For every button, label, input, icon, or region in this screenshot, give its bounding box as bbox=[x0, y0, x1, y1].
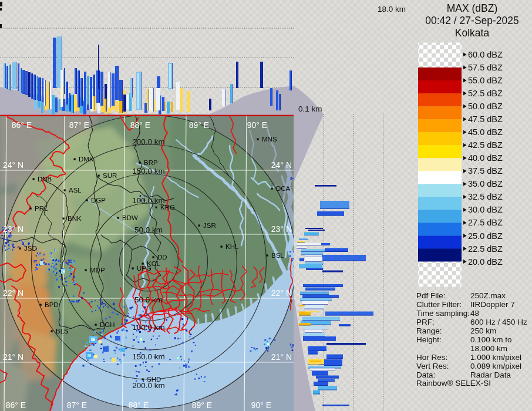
svg-text:Height:: Height: bbox=[416, 335, 442, 344]
svg-text:57.5 dBZ: 57.5 dBZ bbox=[468, 63, 503, 72]
svg-text:DGH: DGH bbox=[100, 321, 115, 328]
svg-text:18.000 km: 18.000 km bbox=[470, 344, 507, 353]
svg-text:18.0 km: 18.0 km bbox=[378, 5, 406, 14]
svg-text:0.100 km to: 0.100 km to bbox=[470, 335, 512, 344]
svg-text:BDW: BDW bbox=[122, 214, 138, 221]
svg-text:DCA: DCA bbox=[276, 185, 291, 192]
svg-text:1.000 km/pixel: 1.000 km/pixel bbox=[470, 353, 521, 362]
svg-text:BRP: BRP bbox=[144, 159, 158, 166]
svg-text:600 Hz / 450 Hz: 600 Hz / 450 Hz bbox=[470, 318, 527, 326]
svg-text:KRG: KRG bbox=[160, 204, 175, 211]
svg-text:21° N: 21° N bbox=[271, 352, 292, 362]
svg-text:40.0 dBZ: 40.0 dBZ bbox=[468, 153, 503, 163]
svg-text:20.0 dBZ: 20.0 dBZ bbox=[468, 257, 503, 267]
svg-text:24° N: 24° N bbox=[3, 160, 23, 170]
svg-text:0.1 km: 0.1 km bbox=[298, 105, 322, 113]
svg-text:DGP: DGP bbox=[91, 197, 106, 204]
svg-text:200.0 km: 200.0 km bbox=[132, 137, 165, 146]
svg-text:JSR: JSR bbox=[203, 222, 216, 229]
svg-text:Pdf File:: Pdf File: bbox=[416, 291, 446, 300]
svg-text:DNB: DNB bbox=[38, 176, 52, 183]
svg-text:88° E: 88° E bbox=[130, 120, 150, 130]
svg-text:PRL: PRL bbox=[35, 205, 48, 212]
svg-text:90° E: 90° E bbox=[247, 120, 267, 130]
svg-text:87° E: 87° E bbox=[69, 120, 89, 130]
svg-text:0.089 km/pixel: 0.089 km/pixel bbox=[470, 362, 521, 370]
svg-text:52.5 dBZ: 52.5 dBZ bbox=[468, 89, 503, 98]
svg-text:21° N: 21° N bbox=[3, 352, 23, 362]
svg-text:00:42 / 27-Sep-2025: 00:42 / 27-Sep-2025 bbox=[425, 15, 519, 26]
svg-text:150.0 km: 150.0 km bbox=[132, 352, 165, 361]
svg-text:22° N: 22° N bbox=[3, 288, 23, 298]
svg-text:88° E: 88° E bbox=[129, 400, 149, 410]
svg-text:BNK: BNK bbox=[68, 215, 82, 222]
svg-text:BLS: BLS bbox=[56, 328, 69, 335]
svg-text:Data:: Data: bbox=[416, 370, 435, 379]
svg-text:47.5 dBZ: 47.5 dBZ bbox=[468, 114, 503, 124]
svg-text:32.5 dBZ: 32.5 dBZ bbox=[468, 192, 503, 201]
svg-text:42.5 dBZ: 42.5 dBZ bbox=[468, 140, 503, 150]
svg-text:DMK: DMK bbox=[79, 156, 94, 163]
svg-text:UPG: UPG bbox=[137, 265, 151, 272]
svg-text:50.0 dBZ: 50.0 dBZ bbox=[468, 102, 503, 111]
svg-text:JSD: JSD bbox=[24, 245, 37, 252]
svg-text:48: 48 bbox=[470, 309, 479, 318]
svg-text:86° E: 86° E bbox=[12, 120, 32, 130]
svg-text:89° E: 89° E bbox=[192, 400, 212, 410]
svg-text:Time sampling:: Time sampling: bbox=[416, 309, 470, 318]
svg-text:150.0 km: 150.0 km bbox=[132, 167, 165, 176]
svg-text:45.0 dBZ: 45.0 dBZ bbox=[468, 127, 503, 137]
svg-text:SUR: SUR bbox=[103, 172, 117, 179]
svg-text:PRF:: PRF: bbox=[416, 318, 435, 326]
svg-text:22° N: 22° N bbox=[271, 288, 292, 298]
svg-text:250Z.max: 250Z.max bbox=[470, 291, 506, 300]
svg-text:35.0 dBZ: 35.0 dBZ bbox=[468, 179, 503, 188]
svg-text:30.0 dBZ: 30.0 dBZ bbox=[468, 205, 503, 214]
svg-text:89° E: 89° E bbox=[189, 120, 209, 130]
svg-text:250 km: 250 km bbox=[470, 326, 496, 335]
svg-text:SHD: SHD bbox=[147, 376, 161, 383]
svg-text:KHL: KHL bbox=[225, 243, 239, 250]
svg-text:23° N: 23° N bbox=[3, 224, 23, 234]
svg-text:Hor Res:: Hor Res: bbox=[416, 353, 447, 362]
svg-text:25.0 dBZ: 25.0 dBZ bbox=[468, 231, 503, 241]
svg-text:60.0 dBZ: 60.0 dBZ bbox=[468, 50, 503, 59]
svg-text:MAX (dBZ): MAX (dBZ) bbox=[447, 2, 498, 14]
svg-text:87° E: 87° E bbox=[67, 400, 87, 410]
svg-text:IIRDoppler 7: IIRDoppler 7 bbox=[470, 300, 515, 309]
svg-text:100.0 km: 100.0 km bbox=[132, 323, 165, 332]
svg-text:37.5 dBZ: 37.5 dBZ bbox=[468, 166, 503, 176]
svg-text:23° N: 23° N bbox=[271, 224, 292, 234]
svg-text:50.0 km: 50.0 km bbox=[134, 225, 163, 234]
svg-text:Kolkata: Kolkata bbox=[455, 27, 490, 39]
svg-text:22.5 dBZ: 22.5 dBZ bbox=[468, 244, 503, 254]
svg-text:Rainbow® SELEX-SI: Rainbow® SELEX-SI bbox=[416, 379, 491, 388]
svg-text:ASL: ASL bbox=[69, 187, 82, 194]
svg-text:BSL: BSL bbox=[271, 252, 284, 259]
svg-text:Clutter Filter:: Clutter Filter: bbox=[416, 300, 462, 309]
svg-text:BPD: BPD bbox=[45, 301, 59, 308]
svg-text:90° E: 90° E bbox=[251, 400, 271, 410]
svg-text:Range:: Range: bbox=[416, 326, 442, 335]
svg-text:Vert Res:: Vert Res: bbox=[416, 362, 449, 370]
svg-text:55.0 dBZ: 55.0 dBZ bbox=[468, 76, 503, 85]
svg-text:86° E: 86° E bbox=[6, 400, 26, 410]
svg-text:27.5 dBZ: 27.5 dBZ bbox=[468, 218, 503, 227]
svg-text:24° N: 24° N bbox=[271, 160, 292, 170]
svg-text:MNS: MNS bbox=[262, 136, 277, 143]
svg-text:MDP: MDP bbox=[90, 267, 105, 274]
svg-text:50.0 km: 50.0 km bbox=[134, 295, 163, 304]
svg-text:Radar Data: Radar Data bbox=[470, 370, 511, 379]
